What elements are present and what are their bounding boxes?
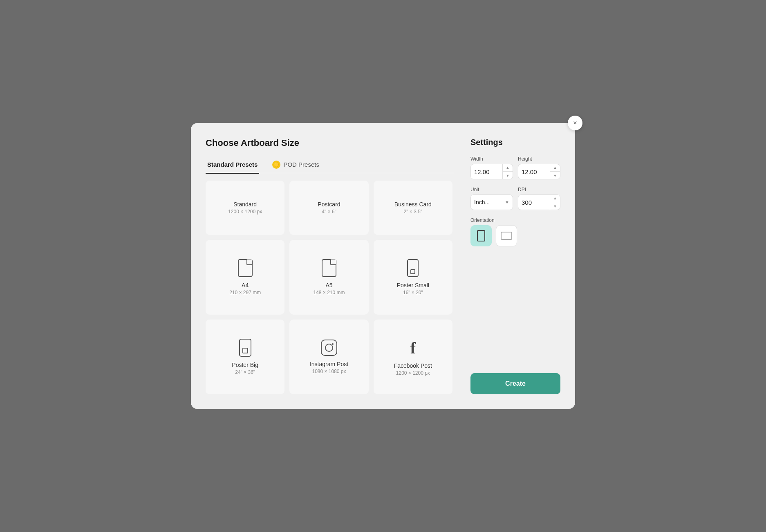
dpi-label: DPI	[518, 187, 560, 192]
dpi-field: DPI ▲ ▼	[518, 187, 560, 210]
document-icon	[322, 259, 336, 277]
chevron-down-icon: ▼	[505, 200, 509, 205]
orientation-portrait-button[interactable]	[470, 225, 492, 246]
preset-size: 1080 × 1080 px	[312, 369, 346, 374]
unit-field: Unit Inch... mm px cm ▼	[470, 187, 513, 210]
unit-dpi-row: Unit Inch... mm px cm ▼ DPI ▲	[470, 187, 560, 210]
orientation-landscape-button[interactable]	[496, 225, 517, 246]
settings-panel: Settings Width ▲ ▼ Height ▲	[470, 138, 560, 394]
height-decrement[interactable]: ▼	[550, 172, 560, 179]
dialog-title: Choose Artboard Size	[206, 138, 454, 148]
width-decrement[interactable]: ▼	[503, 172, 513, 179]
tab-pod-presets[interactable]: 🟡 POD Presets	[271, 157, 321, 174]
tabs-container: Standard Presets 🟡 POD Presets	[206, 156, 454, 173]
preset-name: Poster Big	[232, 362, 258, 368]
width-label: Width	[470, 156, 513, 162]
preset-size: 210 × 297 mm	[229, 290, 261, 295]
preset-facebook[interactable]: f Facebook Post 1200 × 1200 px	[374, 320, 452, 394]
height-field: Height ▲ ▼	[518, 156, 560, 179]
dpi-input[interactable]	[518, 199, 550, 206]
width-increment[interactable]: ▲	[503, 164, 513, 172]
preset-size: 2" × 3.5"	[404, 209, 423, 215]
preset-size: 1200 × 1200 px	[396, 370, 430, 376]
width-input-wrapper: ▲ ▼	[470, 164, 513, 179]
portrait-icon	[477, 230, 485, 241]
orientation-label: Orientation	[470, 217, 560, 223]
facebook-icon: f	[410, 338, 416, 358]
height-label: Height	[518, 156, 560, 162]
height-input[interactable]	[518, 168, 550, 175]
dpi-spinner: ▲ ▼	[550, 194, 560, 210]
dpi-increment[interactable]: ▲	[550, 194, 560, 202]
create-button[interactable]: Create	[470, 373, 560, 394]
preset-poster-small[interactable]: Poster Small 16" × 20"	[374, 240, 452, 315]
dpi-decrement[interactable]: ▼	[550, 202, 560, 210]
height-increment[interactable]: ▲	[550, 164, 560, 172]
settings-title: Settings	[470, 138, 560, 147]
preset-size: 24" × 36"	[235, 369, 255, 375]
instagram-icon	[321, 340, 337, 356]
orientation-buttons	[470, 225, 560, 246]
preset-business-card[interactable]: Business Card 2" × 3.5"	[374, 181, 452, 235]
presets-grid: Standard 1200 × 1200 px Postcard 4" × 6"…	[206, 181, 454, 394]
unit-select[interactable]: Inch... mm px cm	[474, 199, 503, 206]
document-icon	[238, 259, 253, 277]
preset-instagram[interactable]: Instagram Post 1080 × 1080 px	[289, 320, 368, 394]
preset-size: 4" × 6"	[322, 209, 336, 215]
preset-a5[interactable]: A5 148 × 210 mm	[289, 240, 368, 315]
unit-label: Unit	[470, 187, 513, 192]
pod-icon: 🟡	[272, 161, 280, 169]
preset-a4[interactable]: A4 210 × 297 mm	[206, 240, 284, 315]
width-input[interactable]	[471, 168, 502, 175]
width-field: Width ▲ ▼	[470, 156, 513, 179]
height-spinner: ▲ ▼	[550, 164, 560, 179]
preset-name: Poster Small	[397, 282, 429, 288]
preset-name: Business Card	[394, 201, 432, 208]
tab-standard-presets[interactable]: Standard Presets	[206, 157, 259, 174]
height-input-wrapper: ▲ ▼	[518, 164, 560, 179]
preset-name: Standard	[233, 201, 257, 208]
preset-size: 16" × 20"	[403, 290, 423, 295]
preset-name: A4	[242, 282, 249, 288]
width-spinner: ▲ ▼	[502, 164, 513, 179]
dimensions-row: Width ▲ ▼ Height ▲ ▼	[470, 156, 560, 179]
landscape-icon	[501, 232, 512, 240]
dpi-input-wrapper: ▲ ▼	[518, 194, 560, 210]
close-button[interactable]: ×	[568, 116, 582, 130]
preset-standard[interactable]: Standard 1200 × 1200 px	[206, 181, 284, 235]
preset-postcard[interactable]: Postcard 4" × 6"	[289, 181, 368, 235]
orientation-section: Orientation	[470, 217, 560, 246]
poster-big-icon	[239, 339, 251, 357]
unit-select-wrapper[interactable]: Inch... mm px cm ▼	[470, 194, 513, 210]
tab-pod-label: POD Presets	[283, 161, 319, 168]
preset-poster-big[interactable]: Poster Big 24" × 36"	[206, 320, 284, 394]
preset-name: Instagram Post	[310, 361, 348, 367]
preset-name: A5	[325, 282, 332, 288]
preset-name: Facebook Post	[394, 362, 432, 369]
preset-name: Postcard	[318, 201, 340, 208]
left-panel: Choose Artboard Size Standard Presets 🟡 …	[206, 138, 454, 394]
preset-size: 148 × 210 mm	[313, 290, 345, 295]
artboard-size-dialog: × Choose Artboard Size Standard Presets …	[191, 123, 575, 409]
preset-size: 1200 × 1200 px	[228, 209, 262, 215]
poster-small-icon	[407, 259, 419, 277]
